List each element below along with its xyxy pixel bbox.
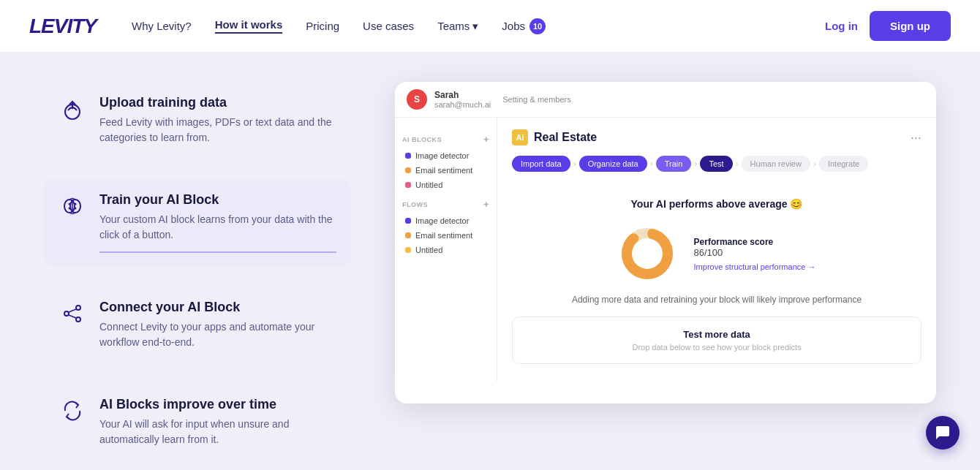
step-arrow-3: › bbox=[694, 159, 697, 169]
svg-point-9 bbox=[76, 306, 80, 310]
logo[interactable]: LEVITY bbox=[29, 15, 97, 38]
upload-icon bbox=[59, 95, 86, 123]
app-body: AI BLOCKS + Image detector Email sentime… bbox=[395, 118, 936, 382]
step-test[interactable]: Test bbox=[700, 156, 732, 172]
topbar-menu-item: Setting & members bbox=[502, 95, 924, 104]
app-sidebar: AI BLOCKS + Image detector Email sentime… bbox=[395, 118, 497, 382]
flows-section-title: FLOWS + bbox=[402, 199, 489, 210]
step-human-review[interactable]: Human review bbox=[742, 156, 810, 172]
test-data-subtitle: Drop data below to see how your block pr… bbox=[524, 343, 909, 352]
sidebar-flow-image-detector[interactable]: Image detector bbox=[402, 214, 489, 227]
nav-link-how-it-works[interactable]: How it works bbox=[215, 18, 283, 34]
nav-link-why-levity[interactable]: Why Levity? bbox=[132, 20, 192, 32]
refresh-icon bbox=[59, 397, 86, 425]
dot-icon bbox=[405, 247, 411, 253]
user-email: sarah@much.ai bbox=[434, 100, 491, 109]
pipeline-steps: Import data › Organize data › Train › Te… bbox=[512, 156, 921, 172]
brain-icon bbox=[59, 192, 86, 220]
svg-point-8 bbox=[64, 311, 69, 316]
add-ai-block-icon[interactable]: + bbox=[483, 134, 489, 145]
add-flow-icon[interactable]: + bbox=[483, 199, 489, 210]
panel-header: Ai Real Estate ··· bbox=[512, 129, 921, 145]
feature-connect-desc: Connect Levity to your apps and automate… bbox=[99, 319, 336, 350]
step-arrow-4: › bbox=[736, 159, 739, 169]
app-main-panel: Ai Real Estate ··· Import data › Organiz… bbox=[497, 118, 936, 382]
main-content: Upload training data Feed Levity with im… bbox=[0, 53, 980, 470]
user-name: Sarah bbox=[434, 90, 491, 100]
nav-links: Why Levity? How it works Pricing Use cas… bbox=[132, 18, 825, 34]
svg-point-10 bbox=[76, 317, 80, 322]
panel-title-text: Real Estate bbox=[534, 131, 597, 144]
navbar: LEVITY Why Levity? How it works Pricing … bbox=[0, 0, 980, 53]
step-import-data[interactable]: Import data bbox=[512, 156, 570, 172]
svg-line-12 bbox=[69, 315, 76, 318]
performance-note: Adding more data and retraining your blo… bbox=[512, 295, 921, 305]
feature-improve-desc: Your AI will ask for input when unsure a… bbox=[99, 417, 336, 447]
nav-link-use-cases[interactable]: Use cases bbox=[363, 20, 414, 32]
feature-train-title: Train your AI Block bbox=[99, 192, 336, 208]
login-button[interactable]: Log in bbox=[825, 20, 858, 32]
feature-connect[interactable]: Connect your AI Block Connect Levity to … bbox=[44, 287, 351, 363]
step-train[interactable]: Train bbox=[656, 156, 692, 172]
jobs-badge: 10 bbox=[529, 18, 546, 34]
signup-button[interactable]: Sign up bbox=[870, 11, 951, 41]
svg-point-4 bbox=[69, 203, 71, 205]
sidebar-flow-untitled[interactable]: Untitled bbox=[402, 243, 489, 257]
app-screenshot: S Sarah sarah@much.ai Setting & members … bbox=[395, 82, 936, 403]
performance-heading: Your AI performs above average 😊 bbox=[512, 198, 921, 210]
step-arrow-1: › bbox=[573, 159, 576, 169]
chat-button[interactable] bbox=[926, 416, 960, 450]
features-list: Upload training data Feed Levity with im… bbox=[44, 82, 351, 460]
performance-content: Performance score 86/100 Improve structu… bbox=[512, 224, 921, 283]
nav-auth: Log in Sign up bbox=[825, 11, 951, 41]
score-value: 86/100 bbox=[694, 247, 816, 258]
feature-connect-title: Connect your AI Block bbox=[99, 300, 336, 315]
step-arrow-5: › bbox=[813, 159, 816, 169]
dot-icon bbox=[405, 182, 411, 188]
performance-area: Your AI performs above average 😊 Perfor bbox=[512, 186, 921, 370]
feature-train-divider bbox=[99, 251, 336, 253]
feature-train-desc: Your custom AI block learns from your da… bbox=[99, 212, 336, 243]
step-integrate[interactable]: Integrate bbox=[819, 156, 868, 172]
improve-link[interactable]: Improve structural performance → bbox=[694, 262, 816, 271]
app-topbar: S Sarah sarah@much.ai Setting & members bbox=[395, 82, 936, 118]
dot-icon bbox=[405, 153, 411, 159]
svg-point-7 bbox=[75, 208, 77, 210]
feature-improve-title: AI Blocks improve over time bbox=[99, 397, 336, 412]
dot-icon bbox=[405, 218, 411, 224]
nav-link-teams[interactable]: Teams ▾ bbox=[437, 20, 478, 33]
feature-upload-desc: Feed Levity with images, PDFs or text da… bbox=[99, 115, 336, 145]
feature-train[interactable]: Train your AI Block Your custom AI block… bbox=[44, 179, 351, 266]
test-data-box[interactable]: Test more data Drop data below to see ho… bbox=[512, 317, 921, 364]
panel-title: Ai Real Estate bbox=[512, 129, 597, 145]
avatar: S bbox=[407, 89, 427, 110]
feature-improve[interactable]: AI Blocks improve over time Your AI will… bbox=[44, 384, 351, 460]
step-arrow-2: › bbox=[650, 159, 653, 169]
nav-link-jobs[interactable]: Jobs 10 bbox=[502, 18, 546, 34]
sidebar-item-email-sentiment-1[interactable]: Email sentiment bbox=[402, 164, 489, 177]
ai-blocks-section-title: AI BLOCKS + bbox=[402, 134, 489, 145]
svg-line-11 bbox=[69, 309, 76, 312]
performance-donut-chart bbox=[618, 224, 676, 283]
dot-icon bbox=[405, 232, 411, 238]
svg-point-5 bbox=[75, 203, 77, 205]
feature-upload[interactable]: Upload training data Feed Levity with im… bbox=[44, 82, 351, 159]
more-menu-icon[interactable]: ··· bbox=[911, 130, 921, 145]
title-icon: Ai bbox=[512, 129, 528, 145]
nav-link-pricing[interactable]: Pricing bbox=[306, 20, 339, 32]
dot-icon bbox=[405, 167, 411, 173]
feature-upload-title: Upload training data bbox=[99, 95, 336, 110]
connect-icon bbox=[59, 300, 86, 327]
step-organize-data[interactable]: Organize data bbox=[579, 156, 647, 172]
test-data-title: Test more data bbox=[524, 329, 909, 340]
svg-point-6 bbox=[69, 208, 71, 210]
sidebar-item-image-detector-1[interactable]: Image detector bbox=[402, 149, 489, 162]
svg-point-15 bbox=[636, 242, 659, 265]
sidebar-flow-email-sentiment[interactable]: Email sentiment bbox=[402, 229, 489, 242]
score-label: Performance score bbox=[694, 237, 816, 247]
sidebar-item-untitled-1[interactable]: Untitled bbox=[402, 178, 489, 192]
chevron-down-icon: ▾ bbox=[472, 20, 478, 33]
